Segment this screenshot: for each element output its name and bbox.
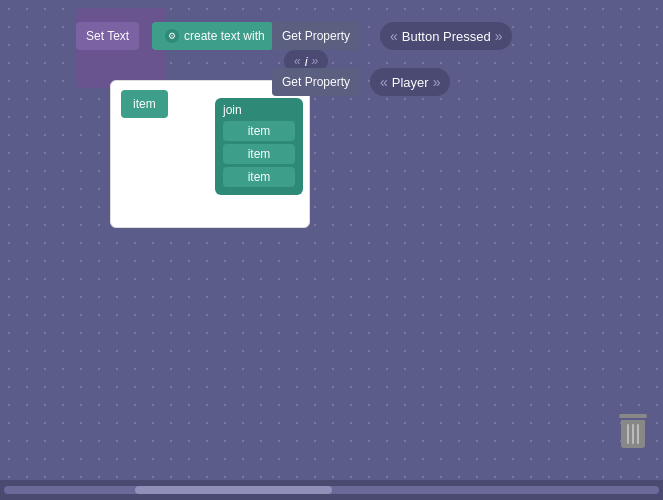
i-label: i xyxy=(305,54,308,69)
create-text-label: create text with xyxy=(184,29,265,43)
trash-line-1 xyxy=(627,424,629,444)
player-label: Player xyxy=(392,75,429,90)
trash-line-3 xyxy=(637,424,639,444)
trash-button[interactable] xyxy=(617,414,649,450)
item-block-1[interactable]: item xyxy=(223,121,295,141)
item-float-block[interactable]: item xyxy=(121,90,168,118)
scrollbar-thumb[interactable] xyxy=(135,486,332,494)
scrollbar-area[interactable] xyxy=(0,480,663,500)
item-float-label: item xyxy=(133,97,156,111)
create-text-with-block[interactable]: ⚙ create text with xyxy=(152,22,273,50)
join-label: join xyxy=(223,103,295,117)
get-property-block-2[interactable]: Get Property xyxy=(272,68,360,96)
item-3-label: item xyxy=(248,170,271,184)
block-canvas[interactable]: Set Text ⚙ create text with Get Property… xyxy=(0,0,663,480)
trash-lid xyxy=(619,414,647,418)
get-property-1-label: Get Property xyxy=(282,29,350,43)
set-text-block[interactable]: Set Text xyxy=(76,22,139,50)
gear-icon: ⚙ xyxy=(165,29,179,43)
button-pressed-quote-close: » xyxy=(495,28,503,44)
scrollbar-track[interactable] xyxy=(4,486,659,494)
button-pressed-pill[interactable]: « Button Pressed » xyxy=(380,22,512,50)
item-2-label: item xyxy=(248,147,271,161)
item-1-label: item xyxy=(248,124,271,138)
i-quote-open: « xyxy=(294,54,301,68)
set-text-label: Set Text xyxy=(86,29,129,43)
get-property-2-label: Get Property xyxy=(282,75,350,89)
button-pressed-label: Button Pressed xyxy=(402,29,491,44)
player-quote-open: « xyxy=(380,74,388,90)
join-container[interactable]: join item item item xyxy=(215,98,303,195)
trash-body xyxy=(621,420,645,448)
player-quote-close: » xyxy=(433,74,441,90)
trash-line-2 xyxy=(632,424,634,444)
button-pressed-quote-open: « xyxy=(390,28,398,44)
item-block-3[interactable]: item xyxy=(223,167,295,187)
item-block-2[interactable]: item xyxy=(223,144,295,164)
i-quote-close: » xyxy=(312,54,319,68)
player-pill[interactable]: « Player » xyxy=(370,68,450,96)
get-property-block-1[interactable]: Get Property xyxy=(272,22,360,50)
